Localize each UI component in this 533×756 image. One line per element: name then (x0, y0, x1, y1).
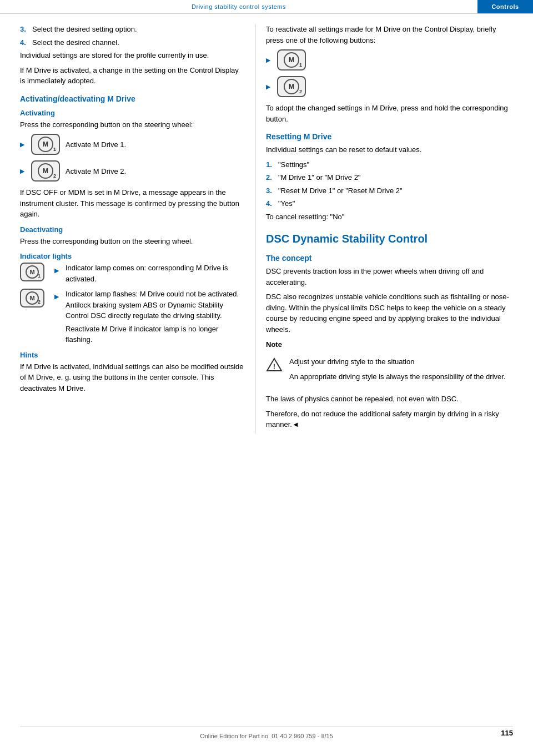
m1-m-label: M (43, 140, 48, 148)
page-number: 115 (501, 729, 513, 737)
right-column: To reactivate all settings made for M Dr… (255, 24, 533, 434)
dsc-main-heading: DSC Dynamic Stability Control (266, 232, 513, 246)
reactivate-m2-item: ▶ M 2 (266, 76, 513, 97)
svg-text:!: ! (273, 362, 275, 371)
left-column: 3. Select the desired setting option. 4.… (0, 24, 255, 434)
arrow-icon-2: ▶ (20, 168, 27, 175)
reactivate-m2-button: M 2 (277, 76, 306, 97)
resetting-heading: Resetting M Drive (266, 132, 513, 141)
page-header: Driving stability control systems Contro… (0, 0, 533, 14)
note-box: ! Adjust your driving style to the situa… (266, 353, 513, 389)
note-content: Adjust your driving style to the situati… (289, 356, 505, 386)
indicator-arrow-2: ▶ (54, 293, 61, 345)
reset-step-1: 1. "Settings" (266, 159, 513, 170)
m1-circle: M (38, 137, 53, 152)
footer-content: Online Edition for Part no. 01 40 2 960 … (20, 730, 513, 739)
step-3: 3. Select the desired setting option. (20, 24, 245, 35)
reactivate-m2-circle: M (284, 79, 299, 94)
reactivate-arrow-1: ▶ (266, 57, 273, 64)
activate-m-drive-1-item: ▶ M 1 Activate M Drive 1. (20, 134, 245, 155)
indicator-lights-heading: Indicator lights (20, 252, 245, 260)
warning-triangle-icon: ! (266, 357, 283, 372)
note-para-2-text: Therefore, do not reduce the additional … (266, 410, 499, 429)
indicator-m2-circle: M (26, 291, 39, 305)
reset-step-3: 3. "Reset M Drive 1" or "Reset M Drive 2… (266, 185, 513, 196)
indicator-2-extra: Reactivate M Drive if indicator lamp is … (66, 324, 245, 345)
indicator-1-text: Indicator lamp comes on: corresponding M… (66, 263, 245, 284)
activate-m1-label: Activate M Drive 1. (66, 140, 126, 149)
reset-step-2-text: "M Drive 1" or "M Drive 2" (278, 172, 360, 183)
m-drive-change-para: If M Drive is activated, a change in the… (20, 65, 245, 87)
m2-circle: M (38, 163, 53, 179)
main-content: 3. Select the desired setting option. 4.… (0, 14, 533, 434)
hints-text: If M Drive is activated, individual sett… (20, 361, 245, 394)
reactivate-m1-item: ▶ M 1 (266, 49, 513, 70)
reset-step-1-text: "Settings" (278, 159, 309, 170)
dsc-off-mdm-para: If DSC OFF or MDM is set in M Drive, a m… (20, 187, 245, 220)
step-3-number: 3. (20, 24, 32, 35)
indicator-row-2: M 2 ▶ Indicator lamp flashes: M Drive co… (20, 289, 245, 345)
m2-subscript: 2 (53, 173, 56, 179)
concept-para-2: DSC also recognizes unstable vehicle con… (266, 291, 513, 335)
footer-text: Online Edition for Part no. 01 40 2 960 … (200, 733, 333, 739)
reset-step-3-number: 3. (266, 185, 278, 196)
reactivate-m1-circle: M (284, 52, 299, 68)
indicator-m2-button: M 2 (20, 289, 44, 308)
note-para-1: The laws of physics cannot be repealed, … (266, 394, 513, 405)
activate-m2-label: Activate M Drive 2. (66, 167, 126, 175)
activate-m-drive-2-item: ▶ M 2 Activate M Drive 2. (20, 160, 245, 182)
indicator-m1-sub: 1 (38, 273, 41, 279)
reset-step-4: 4. "Yes" (266, 198, 513, 209)
footer-line: Online Edition for Part no. 01 40 2 960 … (20, 727, 513, 739)
reset-step-1-number: 1. (266, 159, 278, 170)
reset-step-4-text: "Yes" (278, 198, 295, 209)
note-para-2: Therefore, do not reduce the additional … (266, 409, 513, 430)
indicator-m2-sub: 2 (38, 299, 41, 305)
concept-heading: The concept (266, 254, 513, 263)
step-3-text: Select the desired setting option. (32, 24, 137, 35)
indicator-row-1: M 1 ▶ Indicator lamp comes on: correspon… (20, 263, 245, 284)
activating-subheading: Activating (20, 109, 245, 117)
activating-deactivating-heading: Activating/deactivating M Drive (20, 94, 245, 103)
warning-icon: ! (266, 357, 284, 386)
reactivate-arrow-2: ▶ (266, 83, 273, 90)
m1-subscript: 1 (53, 147, 56, 152)
deactivating-text: Press the corresponding button on the st… (20, 236, 245, 247)
individual-settings-para: Individual settings are stored for the p… (20, 50, 245, 61)
footer: Online Edition for Part no. 01 40 2 960 … (0, 727, 533, 739)
step-4-number: 4. (20, 37, 32, 48)
note-heading: Note (266, 340, 513, 349)
step-4: 4. Select the desired channel. (20, 37, 245, 48)
m2-m-label: M (43, 167, 48, 175)
step-4-text: Select the desired channel. (32, 37, 119, 48)
indicator-arrow-1: ▶ (54, 267, 61, 284)
hints-heading: Hints (20, 351, 245, 359)
note-line-1: Adjust your driving style to the situati… (289, 356, 505, 367)
reactivate-m2-sub: 2 (299, 89, 302, 94)
adopt-para: To adopt the changed settings in M Drive… (266, 103, 513, 124)
header-chapter-title: Controls (477, 0, 533, 13)
m2-button-icon: M 2 (31, 160, 60, 182)
reactivate-m1-button: M 1 (277, 49, 306, 70)
indicator-m1-button: M 1 (20, 263, 44, 281)
reset-step-4-number: 4. (266, 198, 278, 209)
activating-intro: Press the corresponding button on the st… (20, 119, 245, 130)
arrow-icon-1: ▶ (20, 141, 27, 148)
deactivating-subheading: Deactivating (20, 225, 245, 234)
indicator-m2-icon: M 2 (20, 289, 49, 345)
indicator-m1-icon: M 1 (20, 263, 49, 284)
indicator-m1-circle: M (26, 265, 39, 279)
end-mark: ◄ (292, 420, 299, 429)
reactivate-m1-sub: 1 (299, 62, 302, 68)
m1-button-icon: M 1 (31, 134, 60, 155)
note-line-2: An appropriate driving style is always t… (289, 371, 505, 382)
header-section-title: Driving stability control systems (0, 0, 477, 13)
indicator-2-text: Indicator lamp flashes: M Drive could no… (66, 289, 245, 321)
reset-step-2: 2. "M Drive 1" or "M Drive 2" (266, 172, 513, 183)
reset-step-2-number: 2. (266, 172, 278, 183)
resetting-intro: Individual settings can be reset to defa… (266, 144, 513, 155)
concept-para-1: DSC prevents traction loss in the power … (266, 266, 513, 288)
reactivate-intro: To reactivate all settings made for M Dr… (266, 24, 513, 46)
cancel-text: To cancel resetting: "No" (266, 211, 513, 223)
reset-step-3-text: "Reset M Drive 1" or "Reset M Drive 2" (278, 185, 403, 196)
